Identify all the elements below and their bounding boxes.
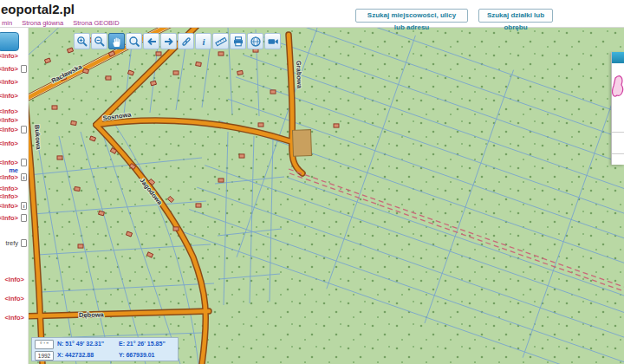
toolbar-zoom-in-button[interactable] bbox=[74, 33, 90, 49]
sidebar-info-link[interactable]: trefy bbox=[5, 239, 18, 247]
document-info-icon[interactable]: i bbox=[21, 202, 27, 210]
toolbar-info-button[interactable]: i bbox=[195, 33, 211, 49]
building-symbol bbox=[258, 123, 263, 127]
document-icon[interactable] bbox=[21, 126, 27, 133]
sidebar-info-link[interactable]: <Info> bbox=[0, 173, 18, 181]
toolbar-zoom-out-button[interactable] bbox=[91, 33, 107, 49]
sidebar-info-link[interactable]: <Info> bbox=[0, 107, 18, 115]
building-symbol bbox=[75, 187, 81, 192]
sidebar-info-link[interactable]: <Info> bbox=[0, 78, 18, 86]
sidebar-info-link[interactable]: <Info> bbox=[0, 214, 18, 222]
building-symbol bbox=[218, 179, 224, 182]
overview-panel bbox=[611, 52, 624, 165]
globe-icon bbox=[250, 36, 262, 48]
sidebar-item: <Info> bbox=[0, 314, 28, 322]
sidebar-info-link[interactable]: <Info> bbox=[0, 65, 18, 73]
building-symbol bbox=[83, 68, 89, 74]
sidebar-info-link[interactable]: <Info> bbox=[0, 192, 18, 200]
toolbar-measure-button[interactable] bbox=[212, 33, 229, 49]
search-address-button[interactable]: Szukaj miejscowości, ulicy lub adresu bbox=[355, 9, 468, 23]
link-icon bbox=[180, 36, 192, 48]
zoom-window-icon bbox=[128, 36, 140, 48]
toolbar-link-button[interactable] bbox=[178, 33, 194, 49]
document-icon[interactable] bbox=[21, 239, 27, 247]
sidebar-item: <Info> bbox=[0, 140, 28, 148]
document-icon[interactable] bbox=[21, 65, 27, 73]
menu-link-admin[interactable]: min bbox=[2, 19, 12, 27]
toolbar-print-button[interactable] bbox=[230, 33, 246, 49]
menu-link-geobid[interactable]: Strona GEOBID bbox=[73, 19, 119, 27]
site-title: eoportal2.pl bbox=[1, 2, 75, 16]
search-parcel-button[interactable]: Szukaj działki lub obrębu bbox=[478, 9, 553, 23]
building-symbol bbox=[52, 106, 57, 109]
grid-1992-button[interactable]: 1992 bbox=[35, 351, 54, 361]
building-symbol bbox=[99, 211, 105, 216]
sidebar-item: trefy bbox=[0, 239, 28, 248]
sidebar-item: <Info> bbox=[0, 78, 28, 87]
top-header: eoportal2.pl min Strona główna Strona GE… bbox=[0, 0, 624, 28]
document-info-icon[interactable]: i bbox=[21, 173, 27, 181]
building-symbol bbox=[237, 70, 244, 75]
sidebar-info-link[interactable]: <Info> bbox=[0, 116, 18, 124]
building-symbol bbox=[78, 244, 83, 248]
building-symbol bbox=[239, 154, 244, 158]
sidebar-item: <Info> bbox=[0, 295, 28, 303]
sidebar-info-link[interactable]: <Info> bbox=[0, 185, 18, 192]
building-symbol bbox=[151, 81, 157, 86]
document-icon[interactable] bbox=[21, 159, 27, 166]
sidebar-info-link[interactable]: <Info> bbox=[4, 314, 24, 322]
building-symbol bbox=[156, 52, 161, 55]
coord-e: E: 21° 26' 15.85" bbox=[119, 341, 166, 347]
cadastral-map: RacławskaSosnowaJagodowaBukowaGrabowaDęb… bbox=[29, 28, 624, 364]
bare-land-parcel bbox=[292, 130, 311, 157]
panel-separator bbox=[612, 132, 624, 133]
sidebar-info-link[interactable]: <Info> bbox=[4, 276, 24, 283]
sidebar-item: <Info> bbox=[0, 116, 28, 125]
coord-n: N: 51° 49' 32.31" bbox=[57, 341, 104, 347]
measure-icon bbox=[215, 36, 227, 48]
sidebar-item: <Info> bbox=[0, 126, 28, 134]
toolbar-snapshot-button[interactable] bbox=[264, 33, 281, 49]
geoportal-app: { "header": { "title": "eoportal2.pl", "… bbox=[0, 0, 624, 364]
zoom-out-icon bbox=[94, 36, 106, 48]
sidebar-info-link[interactable]: <Info> bbox=[0, 52, 18, 60]
document-icon[interactable] bbox=[21, 214, 27, 222]
toolbar-globe-button[interactable] bbox=[247, 33, 263, 49]
print-icon bbox=[232, 36, 244, 48]
info-icon: i bbox=[198, 36, 210, 48]
sidebar-item: <Info> bbox=[0, 107, 28, 116]
dms-units-button[interactable]: ° ' " bbox=[35, 340, 54, 349]
sidebar-item: <Info> bbox=[0, 214, 28, 223]
building-symbol bbox=[270, 90, 276, 94]
toolbar-back-button[interactable] bbox=[143, 33, 159, 49]
sidebar-item: <Info> bbox=[0, 52, 28, 61]
menu-link-home[interactable]: Strona główna bbox=[22, 19, 63, 27]
overview-district-shape bbox=[612, 71, 624, 123]
sidebar-item: <Info> bbox=[0, 65, 28, 74]
sidebar-info-link[interactable]: <Info> bbox=[0, 159, 18, 166]
building-symbol bbox=[173, 71, 179, 75]
sidebar-info-link[interactable]: <Info> bbox=[0, 92, 18, 100]
sidebar-info-link[interactable]: <Info> bbox=[0, 126, 18, 133]
overview-panel-header[interactable] bbox=[612, 52, 624, 63]
header-menu: min Strona główna Strona GEOBID bbox=[2, 19, 127, 27]
forward-icon bbox=[163, 36, 175, 48]
street-label: Dębowa bbox=[79, 310, 105, 319]
building-symbol bbox=[71, 120, 77, 125]
map-viewport[interactable]: RacławskaSosnowaJagodowaBukowaGrabowaDęb… bbox=[29, 28, 624, 364]
snapshot-icon bbox=[267, 36, 279, 48]
building-symbol bbox=[106, 76, 111, 80]
toolbar-pan-button[interactable] bbox=[108, 33, 125, 49]
sidebar-info-link[interactable]: <Info> bbox=[0, 140, 18, 147]
sidebar-item: <Info> bbox=[0, 92, 28, 101]
zoom-in-icon bbox=[76, 36, 88, 48]
toolbar-forward-button[interactable] bbox=[160, 33, 177, 49]
sidebar-info-link[interactable]: <Info> bbox=[0, 202, 18, 210]
sidebar-item: <Info>i bbox=[0, 202, 28, 211]
map-panel-tab[interactable] bbox=[0, 32, 19, 51]
panel-separator bbox=[612, 153, 624, 154]
toolbar-zoom-window-button[interactable] bbox=[126, 33, 142, 49]
sidebar-item: <Info> bbox=[0, 192, 28, 201]
sidebar-info-link[interactable]: <Info> bbox=[4, 295, 24, 302]
coord-x: X: 442732.88 bbox=[57, 352, 94, 358]
